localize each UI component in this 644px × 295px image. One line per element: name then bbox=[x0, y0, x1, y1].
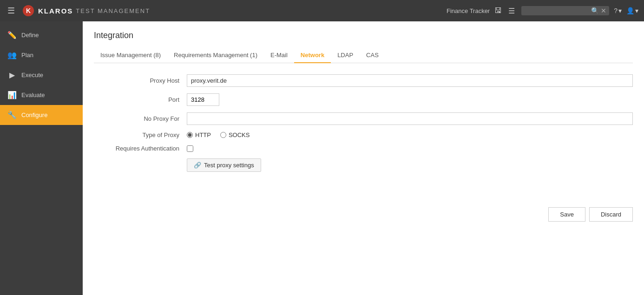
tab-network[interactable]: Network bbox=[294, 48, 331, 63]
test-proxy-icon: 🔗 bbox=[194, 162, 201, 169]
port-label: Port bbox=[94, 96, 187, 103]
page-title: Integration bbox=[94, 31, 633, 40]
port-input[interactable] bbox=[187, 93, 219, 106]
radio-socks-input[interactable] bbox=[220, 132, 226, 138]
search-input[interactable] bbox=[524, 7, 589, 14]
app-logo: K KLAROS TEST MANAGEMENT bbox=[21, 4, 150, 18]
type-of-proxy-row: Type of Proxy HTTP SOCKS bbox=[94, 131, 633, 138]
sidebar-item-label-plan: Plan bbox=[21, 52, 33, 59]
test-proxy-button-container: 🔗 Test proxy settings bbox=[187, 158, 633, 172]
help-icon: ? bbox=[614, 7, 618, 14]
plan-icon: 👥 bbox=[7, 51, 17, 59]
sidebar-item-label-evaluate: Evaluate bbox=[21, 92, 45, 98]
app-subtitle: TEST MANAGEMENT bbox=[76, 7, 150, 14]
svg-text:K: K bbox=[26, 7, 31, 14]
proxy-host-label: Proxy Host bbox=[94, 77, 187, 84]
sidebar-item-plan[interactable]: 👥 Plan bbox=[0, 45, 83, 65]
requires-auth-checkbox-option[interactable] bbox=[187, 145, 633, 152]
requires-auth-label: Requires Authentication bbox=[94, 145, 187, 152]
radio-http-input[interactable] bbox=[187, 132, 193, 138]
hamburger-menu-button[interactable]: ☰ bbox=[6, 4, 17, 18]
content-area: Integration Issue Management (8) Require… bbox=[83, 21, 644, 295]
logo-text: KLAROS bbox=[38, 7, 73, 15]
logo-icon: K bbox=[21, 4, 35, 18]
no-proxy-for-row: No Proxy For bbox=[94, 112, 633, 125]
search-bar: 🔍 ✕ bbox=[521, 6, 609, 15]
requires-auth-checkbox[interactable] bbox=[187, 145, 193, 152]
sidebar-item-label-execute: Execute bbox=[21, 72, 43, 79]
sidebar: ✏️ Define 👥 Plan ▶ Execute 📊 Evaluate 🔧 … bbox=[0, 21, 83, 295]
proxy-host-row: Proxy Host bbox=[94, 74, 633, 87]
search-clear-button[interactable]: ✕ bbox=[601, 7, 606, 14]
proxy-host-field bbox=[187, 74, 633, 87]
help-menu[interactable]: ? ▾ bbox=[614, 7, 622, 14]
no-proxy-for-label: No Proxy For bbox=[94, 115, 187, 122]
no-proxy-for-input[interactable] bbox=[187, 112, 633, 125]
tab-issue-management[interactable]: Issue Management (8) bbox=[94, 48, 167, 63]
user-icon: 👤 bbox=[626, 7, 634, 14]
execute-icon: ▶ bbox=[7, 71, 17, 79]
sidebar-item-configure[interactable]: 🔧 Configure bbox=[0, 105, 83, 125]
tab-requirements-management[interactable]: Requirements Management (1) bbox=[167, 48, 264, 63]
test-proxy-row: 🔗 Test proxy settings bbox=[94, 158, 633, 172]
discard-button[interactable]: Discard bbox=[589, 207, 633, 222]
integration-tabs: Issue Management (8) Requirements Manage… bbox=[94, 48, 633, 63]
radio-socks-option[interactable]: SOCKS bbox=[220, 131, 250, 138]
requires-auth-row: Requires Authentication bbox=[94, 145, 633, 152]
sidebar-item-label-define: Define bbox=[21, 32, 39, 39]
sidebar-item-define[interactable]: ✏️ Define bbox=[0, 25, 83, 45]
radio-socks-label: SOCKS bbox=[229, 131, 250, 138]
project-selector[interactable]: Finance Tracker 🖫 ☰ bbox=[447, 5, 517, 17]
define-icon: ✏️ bbox=[7, 31, 17, 39]
radio-http-option[interactable]: HTTP bbox=[187, 131, 211, 138]
project-list-icon[interactable]: ☰ bbox=[506, 5, 517, 17]
type-of-proxy-field: HTTP SOCKS bbox=[187, 131, 633, 138]
port-row: Port bbox=[94, 93, 633, 106]
no-proxy-for-field bbox=[187, 112, 633, 125]
user-chevron-icon: ▾ bbox=[635, 7, 638, 14]
configure-icon: 🔧 bbox=[7, 111, 17, 119]
sidebar-item-label-configure: Configure bbox=[21, 111, 47, 118]
test-proxy-button[interactable]: 🔗 Test proxy settings bbox=[187, 158, 261, 172]
tab-cas[interactable]: CAS bbox=[360, 48, 385, 63]
requires-auth-field bbox=[187, 145, 633, 152]
save-button[interactable]: Save bbox=[548, 207, 585, 222]
search-icon[interactable]: 🔍 bbox=[591, 7, 599, 14]
sidebar-item-execute[interactable]: ▶ Execute bbox=[0, 65, 83, 85]
proxy-host-input[interactable] bbox=[187, 74, 633, 87]
tab-email[interactable]: E-Mail bbox=[264, 48, 294, 63]
network-form: Proxy Host Port No Proxy For bbox=[94, 74, 633, 172]
main-layout: ✏️ Define 👥 Plan ▶ Execute 📊 Evaluate 🔧 … bbox=[0, 21, 644, 295]
tab-ldap[interactable]: LDAP bbox=[331, 48, 360, 63]
sidebar-item-evaluate[interactable]: 📊 Evaluate bbox=[0, 85, 83, 105]
top-navigation: ☰ K KLAROS TEST MANAGEMENT Finance Track… bbox=[0, 0, 644, 21]
test-proxy-label: Test proxy settings bbox=[204, 162, 254, 169]
type-of-proxy-label: Type of Proxy bbox=[94, 131, 187, 138]
port-field bbox=[187, 93, 633, 106]
project-name: Finance Tracker bbox=[447, 7, 490, 14]
footer-buttons: Save Discard bbox=[94, 200, 633, 222]
evaluate-icon: 📊 bbox=[7, 91, 17, 99]
user-menu[interactable]: 👤 ▾ bbox=[626, 7, 638, 14]
project-save-icon[interactable]: 🖫 bbox=[493, 5, 504, 17]
help-chevron-icon: ▾ bbox=[618, 7, 622, 14]
radio-http-label: HTTP bbox=[195, 131, 211, 138]
